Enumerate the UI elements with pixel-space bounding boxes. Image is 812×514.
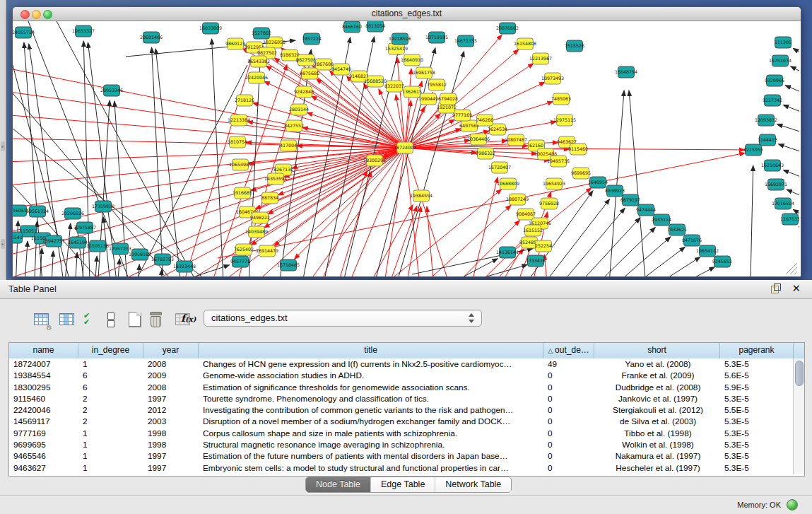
graph-node[interactable]: 7485063 xyxy=(551,93,571,105)
table-cell[interactable]: Dudbridge et al. (2008) xyxy=(594,382,720,393)
graph-node[interactable]: 9875685 xyxy=(300,68,319,79)
table-cell[interactable]: 1 xyxy=(78,462,143,474)
table-row[interactable]: 1872400712008Changes of HCN gene express… xyxy=(9,358,794,370)
graph-node[interactable]: 8427552 xyxy=(284,120,304,132)
memory-status-icon[interactable] xyxy=(787,499,798,510)
graph-node[interactable]: 12213967 xyxy=(529,53,552,64)
graph-node[interactable]: 6679197 xyxy=(620,194,640,206)
table-cell[interactable]: 0 xyxy=(543,370,594,381)
graph-node[interactable]: 9474444 xyxy=(636,204,656,216)
column-header-name[interactable]: name xyxy=(9,343,78,358)
table-cell[interactable]: 9777169 xyxy=(9,428,78,439)
table-cell[interactable]: 0 xyxy=(543,439,594,450)
graph-node[interactable]: 16210643 xyxy=(761,160,784,171)
table-cell[interactable]: 5.3E-5 xyxy=(720,439,794,450)
graph-node[interactable]: 10654985 xyxy=(229,159,252,170)
graph-node[interactable]: 18724007 xyxy=(394,142,416,153)
graph-node[interactable]: 1733426 xyxy=(526,255,546,267)
graph-node[interactable]: 20364486 xyxy=(467,134,490,145)
table-cell[interactable]: 1997 xyxy=(143,450,199,462)
table-cell[interactable]: de Silva et al. (2003) xyxy=(594,416,720,427)
row-height-icon[interactable] xyxy=(103,312,123,332)
table-cell[interactable]: Embryonic stem cells: a model to study s… xyxy=(199,462,543,474)
graph-node[interactable]: 32975887 xyxy=(73,222,96,233)
graph-node[interactable]: 9756928 xyxy=(539,198,559,209)
table-row[interactable]: 2242004622012Investigating the contribut… xyxy=(9,404,794,416)
table-cell[interactable]: Corpus callosum shape and size in male p… xyxy=(199,428,543,439)
float-panel-icon[interactable] xyxy=(771,284,781,293)
tab-network-table[interactable]: Network Table xyxy=(435,477,511,492)
graph-node[interactable]: 8215955 xyxy=(743,144,763,156)
graph-node[interactable]: 10958187 xyxy=(129,249,151,260)
graph-node[interactable]: 887834 xyxy=(261,192,278,204)
graph-node[interactable]: 7625402 xyxy=(234,244,254,255)
table-cell[interactable]: Yano et al. (2008) xyxy=(594,358,720,370)
table-options-icon[interactable]: ⚙ xyxy=(33,311,52,331)
function-builder-icon[interactable]: f(x) xyxy=(181,313,201,332)
graph-node[interactable]: 22420046 xyxy=(245,72,268,83)
graph-node[interactable]: 417004 xyxy=(280,140,297,151)
table-cell[interactable]: 1997 xyxy=(143,462,199,474)
graph-node[interactable]: 7515526 xyxy=(565,40,584,52)
graph-node[interactable]: 10688809 xyxy=(497,178,519,189)
table-cell[interactable]: 1 xyxy=(78,439,143,450)
graph-node[interactable]: 391541 xyxy=(13,232,23,243)
table-cell[interactable]: Tourette syndrome. Phenomenology and cla… xyxy=(199,393,543,404)
table-cell[interactable]: 9699695 xyxy=(9,439,78,450)
graph-node[interactable]: 9329966 xyxy=(765,75,784,86)
graph-node[interactable]: 16154808 xyxy=(514,38,536,49)
graph-node[interactable]: 16961758 xyxy=(413,67,435,78)
graph-node[interactable]: 16033809 xyxy=(199,23,222,34)
table-cell[interactable]: Stergiakouli et al. (2012) xyxy=(594,404,720,416)
table-cell[interactable]: 5.5E-5 xyxy=(720,404,794,416)
close-panel-icon[interactable]: ✕ xyxy=(792,282,801,295)
graph-node[interactable]: 16782753 xyxy=(151,254,174,265)
graph-node[interactable]: 14039489 xyxy=(245,226,268,238)
graph-node[interactable]: 7955812 xyxy=(427,79,447,90)
graph-node[interactable]: 19654923 xyxy=(543,178,565,189)
table-cell[interactable]: 2009 xyxy=(143,370,199,381)
graph-node[interactable]: 1990449 xyxy=(418,93,438,105)
select-all-icon[interactable]: ✔✔ xyxy=(83,313,103,332)
table-cell[interactable]: Estimation of significance thresholds fo… xyxy=(199,382,543,393)
graph-node[interactable]: 1615152 xyxy=(523,225,543,236)
table-cell[interactable]: 5.6E-5 xyxy=(720,370,794,381)
graph-node[interactable]: 9498222 xyxy=(250,212,270,223)
table-cell[interactable]: 18300295 xyxy=(9,382,78,393)
table-cell[interactable]: Wolkin et al. (1998) xyxy=(594,439,720,450)
graph-node[interactable]: 9699695 xyxy=(571,168,591,179)
graph-node[interactable]: 6794028 xyxy=(438,93,458,105)
panel-expand-handle-icon[interactable]: ▸ xyxy=(1,239,5,249)
graph-node[interactable]: 17359928 xyxy=(92,201,114,212)
graph-node[interactable]: 2803144 xyxy=(289,104,309,115)
column-header-out-degree[interactable]: △out_de… xyxy=(543,343,594,358)
graph-node[interactable]: 9245652 xyxy=(712,256,732,267)
table-cell[interactable]: 5.3E-5 xyxy=(720,462,794,474)
graph-node[interactable]: 16640910 xyxy=(401,54,423,66)
column-header-title[interactable]: title xyxy=(199,343,543,358)
table-cell[interactable]: 1 xyxy=(78,450,143,462)
graph-node[interactable]: 14136141 xyxy=(496,247,519,258)
graph-node[interactable]: 9242848 xyxy=(294,86,314,98)
table-cell[interactable]: 6 xyxy=(78,382,143,393)
table-cell[interactable]: Changes of HCN gene expression and I(f) … xyxy=(199,358,543,370)
graph-node[interactable]: 17016504 xyxy=(772,198,794,209)
table-cell[interactable]: 5.9E-5 xyxy=(720,382,794,393)
graph-node[interactable]: 1527802 xyxy=(252,28,271,39)
graph-node[interactable]: 10973493 xyxy=(541,73,564,84)
network-window-titlebar[interactable]: citations_edges.txt xyxy=(13,7,801,21)
table-scrollbar[interactable] xyxy=(793,358,804,474)
graph-node[interactable]: 1167533 xyxy=(780,214,799,225)
panel-expand-handle-icon[interactable]: ▸ xyxy=(1,141,5,151)
graph-node[interactable]: 9227342 xyxy=(763,95,782,106)
table-selector-dropdown[interactable]: citations_edges.txt xyxy=(204,310,482,327)
table-cell[interactable]: 5.3E-5 xyxy=(720,358,794,370)
graph-node[interactable]: 2718126 xyxy=(235,95,254,106)
graph-node[interactable]: 19218506 xyxy=(389,33,411,45)
graph-node[interactable]: 15751074 xyxy=(769,55,792,66)
graph-node[interactable]: 2933114 xyxy=(652,214,671,226)
column-header-in-degree[interactable]: in_degree xyxy=(78,343,143,358)
graph-node[interactable]: 18807249 xyxy=(506,194,529,205)
table-cell[interactable]: 0 xyxy=(543,404,594,416)
graph-node[interactable]: 1645194 xyxy=(68,237,88,248)
